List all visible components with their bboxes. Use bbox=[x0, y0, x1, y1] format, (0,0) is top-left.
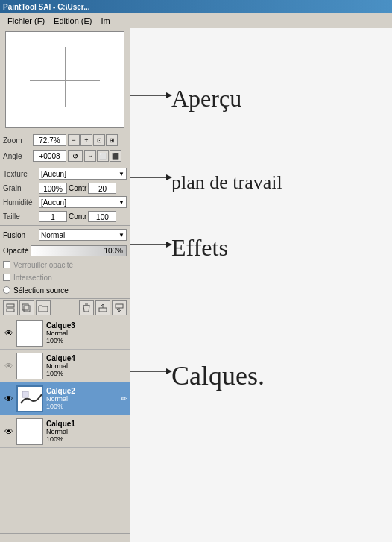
fusion-dropdown[interactable]: Normal ▼ bbox=[39, 229, 127, 241]
opacity-row: Opacité 100% bbox=[3, 243, 127, 258]
svg-rect-8 bbox=[116, 304, 123, 308]
intersection-checkbox[interactable] bbox=[3, 274, 10, 281]
contr-label1: Contr bbox=[69, 184, 86, 192]
texture-value: [Aucun] bbox=[41, 170, 66, 178]
svg-marker-16 bbox=[166, 92, 172, 98]
title-bar: PaintTool SAI - C:\User... bbox=[0, 0, 392, 13]
svg-rect-14 bbox=[19, 420, 42, 444]
layer2-name: Calque2 bbox=[46, 387, 121, 395]
layer-up-btn[interactable] bbox=[95, 300, 110, 315]
zoom-controls: − + ⊡ ⊞ bbox=[68, 134, 118, 146]
zoom-minus-btn[interactable]: − bbox=[68, 134, 80, 146]
preview-line-h bbox=[30, 80, 101, 81]
angle-btn3[interactable]: ⬛ bbox=[110, 150, 121, 162]
layer1-info: Calque1 Normal 100% bbox=[46, 420, 127, 443]
humidity-label: Humidité bbox=[3, 198, 39, 207]
layer-down-btn[interactable] bbox=[112, 300, 127, 315]
layer3-mode: Normal bbox=[46, 330, 127, 337]
layer-item-calque3[interactable]: 👁 Calque3 Normal 100% bbox=[0, 317, 130, 350]
texture-arrow-icon: ▼ bbox=[118, 171, 124, 177]
contr-value1: 20 bbox=[88, 183, 116, 194]
angle-label: Angle bbox=[3, 152, 33, 160]
layer2-visibility[interactable]: 👁 bbox=[3, 393, 15, 405]
fusion-section: Fusion Normal ▼ Opacité 100% Verrouiller… bbox=[0, 225, 130, 298]
opacity-bar[interactable]: 100% bbox=[31, 245, 127, 256]
new-layer-copy-btn[interactable] bbox=[19, 300, 34, 315]
layer-item-calque2[interactable]: 👁 Calque2 Normal 100% ✏ bbox=[0, 382, 130, 415]
right-annotation-area: Aperçu plan de travail Effets Calques. bbox=[130, 28, 392, 542]
selection-source-radio[interactable] bbox=[3, 286, 10, 294]
svg-rect-3 bbox=[22, 304, 28, 310]
menu-im[interactable]: Im bbox=[96, 16, 114, 25]
texture-label: Texture bbox=[3, 170, 39, 178]
layer3-visibility[interactable]: 👁 bbox=[3, 327, 15, 339]
layer1-thumb bbox=[16, 418, 43, 445]
layers-list: 👁 Calque3 Normal 100% 👁 bbox=[0, 317, 130, 533]
layer2-edit-icon: ✏ bbox=[121, 394, 127, 403]
angle-btn2[interactable]: ⬜ bbox=[97, 150, 109, 162]
layer2-thumb bbox=[16, 385, 43, 412]
preview-area bbox=[5, 31, 124, 128]
layer-item-calque1[interactable]: 👁 Calque1 Normal 100% bbox=[0, 415, 130, 448]
preview-line-v bbox=[65, 47, 66, 107]
fusion-row: Fusion Normal ▼ bbox=[3, 227, 127, 242]
layer3-info: Calque3 Normal 100% bbox=[46, 321, 127, 344]
contr-label2: Contr bbox=[69, 212, 86, 221]
title-text: PaintTool SAI - C:\User... bbox=[3, 3, 90, 11]
layer3-thumb bbox=[16, 320, 43, 347]
svg-marker-22 bbox=[166, 368, 172, 374]
intersection-row: Intersection bbox=[3, 271, 127, 283]
fusion-arrow-icon: ▼ bbox=[118, 232, 124, 239]
layer2-info: Calque2 Normal 100% bbox=[46, 387, 121, 410]
zoom-value: 72.7% bbox=[33, 134, 66, 146]
angle-flip-btn[interactable]: ↔ bbox=[84, 150, 96, 162]
svg-rect-11 bbox=[19, 355, 42, 379]
layer2-eye-icon: 👁 bbox=[4, 394, 13, 404]
menu-edition[interactable]: Edition (E) bbox=[49, 16, 96, 25]
svg-text:Effets: Effets bbox=[171, 234, 228, 261]
angle-controls: ↺ ↔ ⬜ ⬛ bbox=[68, 150, 121, 162]
texture-section: Texture [Aucun] ▼ Grain 100% Contr 20 Hu… bbox=[0, 166, 130, 225]
grain-value: 100% bbox=[39, 183, 67, 194]
menu-fichier[interactable]: Fichier (F) bbox=[3, 16, 49, 25]
layer4-eye-icon: 👁 bbox=[4, 361, 13, 371]
svg-marker-18 bbox=[166, 174, 172, 180]
layers-bottom-scrollbar[interactable] bbox=[0, 533, 130, 542]
layer4-visibility[interactable]: 👁 bbox=[3, 360, 15, 372]
verrouiller-checkbox[interactable] bbox=[3, 261, 10, 268]
taille-label: Taille bbox=[3, 212, 39, 221]
new-folder-btn[interactable] bbox=[36, 300, 51, 315]
grain-row: Grain 100% Contr 20 bbox=[3, 181, 127, 195]
svg-text:Calques.: Calques. bbox=[171, 361, 265, 391]
fusion-label: Fusion bbox=[3, 231, 39, 239]
layer4-thumb bbox=[16, 353, 43, 379]
angle-ccw-btn[interactable]: ↺ bbox=[68, 150, 83, 162]
layer3-name: Calque3 bbox=[46, 321, 127, 330]
humidity-arrow-icon: ▼ bbox=[118, 199, 124, 206]
opacity-label: Opacité bbox=[3, 247, 31, 255]
svg-text:plan de travail: plan de travail bbox=[171, 171, 282, 193]
zoom-fit-btn[interactable]: ⊡ bbox=[93, 134, 105, 146]
humidity-dropdown[interactable]: [Aucun] ▼ bbox=[39, 196, 127, 208]
svg-text:Aperçu: Aperçu bbox=[171, 85, 241, 112]
humidity-row: Humidité [Aucun] ▼ bbox=[3, 195, 127, 209]
texture-dropdown[interactable]: [Aucun] ▼ bbox=[39, 168, 127, 180]
svg-rect-0 bbox=[7, 309, 14, 312]
zoom-reset-btn[interactable]: ⊞ bbox=[106, 134, 118, 146]
layer1-visibility[interactable]: 👁 bbox=[3, 426, 15, 438]
controls-section: Zoom 72.7% − + ⊡ ⊞ Angle +0008 ↺ ↔ ⬜ ⬛ bbox=[0, 131, 130, 166]
delete-layer-btn[interactable] bbox=[79, 300, 94, 315]
texture-row: Texture [Aucun] ▼ bbox=[3, 167, 127, 180]
layer1-name: Calque1 bbox=[46, 420, 127, 428]
svg-rect-2 bbox=[24, 306, 30, 312]
new-layer-btn[interactable] bbox=[3, 300, 18, 315]
left-panel: Zoom 72.7% − + ⊡ ⊞ Angle +0008 ↺ ↔ ⬜ ⬛ bbox=[0, 28, 130, 542]
selection-source-row: Sélection source bbox=[3, 284, 127, 296]
layer2-mode: Normal bbox=[46, 395, 121, 403]
intersection-label: Intersection bbox=[13, 274, 52, 282]
layers-toolbar bbox=[0, 299, 130, 317]
contr-value2: 100 bbox=[88, 211, 116, 222]
layer-item-calque4[interactable]: 👁 Calque4 Normal 100% bbox=[0, 350, 130, 382]
zoom-plus-btn[interactable]: + bbox=[80, 134, 92, 146]
layer2-opacity: 100% bbox=[46, 403, 121, 410]
